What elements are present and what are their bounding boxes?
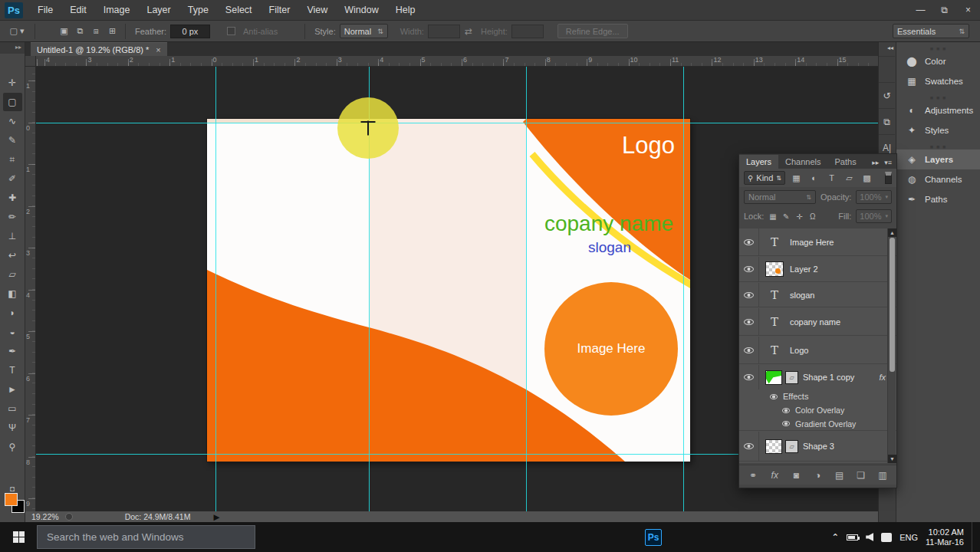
minimize-button[interactable]: — (909, 2, 932, 18)
guide-vertical-4[interactable] (683, 67, 684, 511)
selection-mode-button[interactable] (41, 24, 55, 38)
menu-item[interactable]: Help (387, 0, 424, 21)
clock[interactable]: 10:02 AM 11-Mar-16 (926, 527, 964, 547)
restore-button[interactable]: ⧉ (932, 2, 956, 18)
blend-mode-select[interactable]: Normal⇅ (744, 190, 816, 204)
gradient-overlay-row[interactable]: Gradient Overlay (739, 417, 896, 431)
search-input[interactable] (47, 531, 238, 543)
dock-item-color[interactable]: ⬤ Color (896, 51, 980, 71)
color-overlay-row[interactable]: Color Overlay (739, 403, 896, 417)
quick-selection-tool-icon[interactable]: ✎ (3, 131, 22, 150)
dock-item-adjustments[interactable]: ◐ Adjustments (896, 100, 980, 120)
filter-smart-object-icon[interactable]: ▩ (860, 173, 873, 183)
history-panel-icon[interactable]: ↺ (879, 82, 895, 108)
history-brush-tool-icon[interactable]: ↩ (3, 246, 22, 264)
rectangular-marquee-tool-icon[interactable]: ▢ (3, 93, 22, 111)
new-layer-icon[interactable]: ❏ (853, 470, 869, 481)
filter-toggle-switch[interactable] (885, 172, 892, 184)
status-menu-arrow-icon[interactable]: ▶ (213, 512, 219, 521)
photoshop-taskbar-icon[interactable]: Ps (643, 528, 663, 547)
menu-item[interactable]: Filter (261, 0, 299, 21)
fx-badge[interactable]: fx (879, 373, 886, 382)
zoom-level[interactable]: 19.22% (31, 512, 59, 521)
filter-kind-select[interactable]: ⚲ Kind ⇅ (744, 171, 785, 185)
horizontal-ruler[interactable]: 43210123456789101112131415 (36, 56, 878, 67)
panel-menu-icon[interactable]: ▾≡ (884, 159, 892, 166)
eye-icon[interactable] (744, 239, 754, 245)
lock-transparency-icon[interactable]: ▦ (768, 212, 777, 221)
pen-tool-icon[interactable]: ✒ (3, 342, 22, 360)
crop-tool-icon[interactable]: ⌗ (3, 150, 22, 169)
lasso-tool-icon[interactable]: ∿ (3, 112, 22, 130)
height-input[interactable] (511, 25, 544, 38)
eye-icon[interactable] (782, 408, 790, 413)
layer-row-shape3[interactable]: ▱ Shape 3 (739, 432, 896, 462)
type-tool-icon[interactable]: T (3, 361, 22, 380)
dock-item-layers[interactable]: ◈ Layers (896, 150, 980, 169)
properties-panel-icon[interactable]: ⧉ (879, 108, 895, 134)
antialias-checkbox[interactable] (227, 27, 235, 35)
path-selection-tool-icon[interactable]: ► (3, 380, 22, 399)
scrollbar-thumb[interactable] (890, 238, 895, 372)
tool-preset-picker[interactable]: ▢ ▾ (5, 24, 29, 38)
document-tab[interactable]: Untitled-1 @ 19.2% (RGB/8) * × (31, 42, 167, 56)
opacity-value[interactable]: 100%▾ (856, 190, 892, 204)
shape-tool-icon[interactable]: ▭ (3, 399, 22, 418)
workspace-select[interactable]: Essentials⇅ (893, 24, 969, 38)
panel-icon[interactable] (879, 56, 895, 82)
selection-mode-button[interactable]: ▣ (57, 24, 71, 38)
tools-panel-collapse[interactable]: ▸▸ (0, 42, 25, 54)
effects-row[interactable]: Effects (739, 389, 896, 403)
width-input[interactable] (428, 25, 460, 38)
swap-dimensions-icon[interactable]: ⇄ (465, 26, 472, 37)
filter-pixel-icon[interactable]: ▦ (790, 173, 803, 183)
gradient-tool-icon[interactable]: ◧ (3, 284, 22, 303)
eye-icon[interactable] (744, 266, 754, 272)
brush-tool-icon[interactable]: ✏ (3, 208, 22, 226)
show-desktop-button[interactable] (972, 522, 975, 552)
dock-item-swatches[interactable]: ▦ Swatches (896, 71, 980, 91)
foreground-color-swatch[interactable] (5, 493, 18, 506)
tool-button[interactable] (3, 54, 22, 73)
tray-chevron-icon[interactable]: ⌃ (831, 532, 839, 543)
eye-icon[interactable] (744, 443, 754, 449)
dock-item-paths[interactable]: ✒ Paths (896, 189, 980, 209)
refine-edge-button[interactable]: Refine Edge... (557, 24, 628, 38)
lock-all-icon[interactable]: Ω (808, 212, 817, 221)
layers-scrollbar[interactable]: ▲ ▼ (887, 228, 896, 463)
expand-dock-icon[interactable]: ◂◂ (879, 42, 896, 56)
tab-layers[interactable]: Layers (739, 155, 778, 169)
menu-item[interactable]: File (29, 0, 61, 21)
scroll-up-icon[interactable]: ▲ (888, 228, 896, 237)
tab-paths[interactable]: Paths (828, 155, 863, 169)
move-tool-icon[interactable]: ✛ (3, 74, 22, 92)
layer-style-icon[interactable]: fx (767, 470, 782, 481)
menu-item[interactable]: View (298, 0, 336, 21)
blur-tool-icon[interactable]: ◗ (3, 304, 22, 322)
menu-item[interactable]: Image (95, 0, 139, 21)
lock-pixels-icon[interactable]: ✎ (782, 212, 791, 221)
hand-tool-icon[interactable]: Ψ (3, 419, 22, 437)
menu-item[interactable]: Window (336, 0, 386, 21)
eye-icon[interactable] (744, 374, 754, 380)
guide-vertical-1[interactable] (215, 67, 216, 511)
taskbar-search[interactable] (37, 525, 255, 549)
delete-layer-icon[interactable]: ▥ (875, 470, 890, 481)
selection-mode-button[interactable]: ⊞ (105, 24, 120, 38)
eraser-tool-icon[interactable]: ▱ (3, 265, 22, 284)
style-select[interactable]: Normal⇅ (340, 24, 388, 38)
vertical-ruler[interactable]: 10123456789 (25, 67, 36, 511)
layer-row-slogan[interactable]: T slogan (739, 283, 896, 307)
layer-row-logo[interactable]: T Logo (739, 337, 896, 364)
fill-value[interactable]: 100%▾ (856, 209, 892, 223)
dock-item-channels[interactable]: ◍ Channels (896, 169, 980, 189)
notification-icon[interactable] (881, 533, 892, 542)
collapse-panel-icon[interactable]: ▸▸ (872, 159, 879, 166)
new-group-icon[interactable]: ▤ (832, 470, 847, 481)
battery-icon[interactable] (847, 534, 858, 540)
start-button[interactable] (0, 522, 37, 552)
link-layers-icon[interactable]: ⚭ (745, 470, 761, 481)
speaker-icon[interactable] (866, 533, 873, 541)
layer-row-copany-name[interactable]: T copany name (739, 308, 896, 336)
menu-item[interactable]: Type (179, 0, 217, 21)
